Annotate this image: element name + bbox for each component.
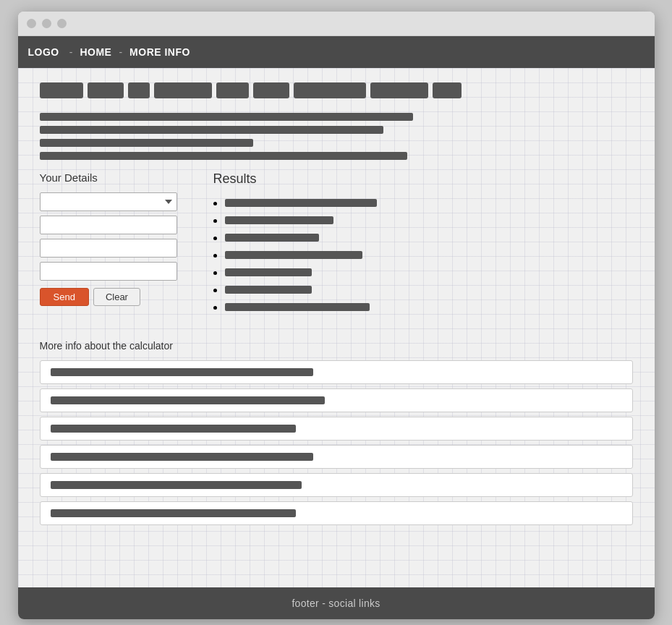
accordion-bar-3 [51,425,297,433]
results-list [213,197,633,314]
result-item-2 [225,214,633,227]
form-section: Your Details Send Clear [40,171,184,318]
nav-home-link[interactable]: HOME [80,46,111,58]
form-field-1-group [40,216,184,234]
accordion-item-2[interactable] [40,388,633,412]
form-select[interactable] [40,192,177,211]
accordion-item-4[interactable] [40,445,633,469]
result-bar-1 [225,199,377,207]
accordion-bar-1 [51,368,313,376]
sub-nav-btn-5[interactable] [216,82,249,98]
form-field-2[interactable] [40,239,177,258]
title-bar-dot-yellow [42,19,51,28]
accordion-item-5[interactable] [40,473,633,497]
main-content: Your Details Send Clear [18,68,655,587]
nav-more-info-link[interactable]: MORE INFO [129,46,190,58]
accordion-bar-6 [51,509,297,517]
result-bar-3 [225,234,319,242]
accordion-item-6[interactable] [40,501,633,525]
title-bar-dot-green [57,19,67,28]
browser-window: LOGO - HOME - MORE INFO [18,12,655,619]
form-field-1[interactable] [40,216,177,234]
results-section: Results [213,171,633,318]
nav-bar: LOGO - HOME - MORE INFO [18,36,655,68]
footer: footer - social links [18,587,655,619]
sub-nav-btn-4[interactable] [154,82,212,98]
send-button[interactable]: Send [40,288,89,306]
result-item-5 [225,266,633,279]
sub-nav-btn-6[interactable] [253,82,289,98]
nav-sep1: - [69,46,73,58]
result-bar-6 [225,286,312,294]
accordion-bar-2 [51,396,325,404]
intro-text-block [40,113,633,160]
sub-nav [40,82,633,98]
title-bar [18,12,655,36]
result-item-4 [225,249,633,262]
result-bar-4 [225,251,362,259]
nav-sep2: - [119,46,122,58]
intro-line-2 [40,126,384,134]
results-title: Results [213,171,633,187]
intro-line-3 [40,139,253,147]
result-bar-2 [225,216,333,224]
sub-nav-btn-3[interactable] [128,82,150,98]
result-item-6 [225,284,633,297]
accordion-bar-5 [51,481,302,489]
footer-label: footer - social links [292,598,380,609]
result-item-3 [225,231,633,245]
sub-nav-btn-9[interactable] [433,82,462,98]
result-item-7 [225,301,633,314]
accordion-item-3[interactable] [40,417,633,441]
form-select-group [40,192,184,211]
form-field-2-group [40,239,184,258]
form-field-3[interactable] [40,262,177,281]
accordion-item-1[interactable] [40,360,633,384]
sub-nav-btn-8[interactable] [370,82,428,98]
form-title: Your Details [40,171,184,184]
nav-logo[interactable]: LOGO [28,46,59,58]
two-col-layout: Your Details Send Clear [40,171,633,318]
sub-nav-btn-1[interactable] [40,82,83,98]
form-field-3-group [40,262,184,281]
intro-line-1 [40,113,414,121]
sub-nav-btn-7[interactable] [294,82,366,98]
result-bar-7 [225,303,370,311]
result-bar-5 [225,268,312,276]
accordion-bar-4 [51,453,313,461]
title-bar-dot-red [27,19,36,28]
form-buttons: Send Clear [40,288,184,306]
sub-nav-btn-2[interactable] [88,82,124,98]
result-item-1 [225,197,633,210]
clear-button[interactable]: Clear [93,288,140,306]
intro-line-4 [40,152,407,160]
more-info-title: More info about the calculator [40,340,633,352]
more-info-section: More info about the calculator [40,340,633,525]
